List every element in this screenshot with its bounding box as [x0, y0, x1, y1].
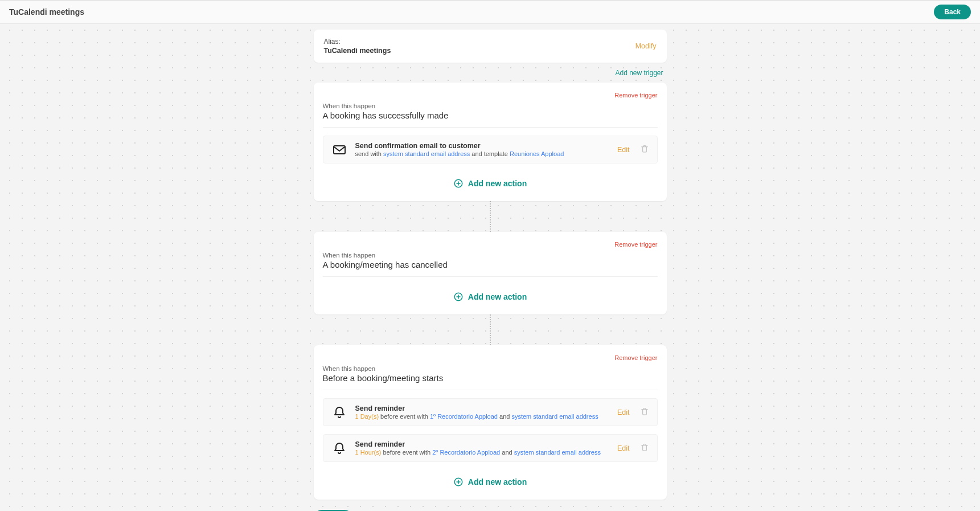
alias-label: Alias:: [324, 38, 391, 46]
action-duration: 1 Day(s): [355, 413, 379, 420]
envelope-icon: [331, 143, 347, 157]
action-box: Send reminder 1 Day(s) before event with…: [323, 398, 658, 426]
action-sub-text: and: [500, 449, 514, 456]
trash-icon: [640, 144, 649, 154]
page-canvas: Alias: TuCalendi meetings Modify Add new…: [0, 24, 980, 511]
action-subtitle: send with system standard email address …: [355, 150, 609, 157]
delete-action-button[interactable]: [640, 442, 649, 454]
when-label: When this happen: [323, 365, 658, 372]
bell-icon: [331, 406, 347, 419]
remove-trigger-row: Remove trigger: [323, 240, 658, 248]
action-body: Send reminder 1 Hour(s) before event wit…: [355, 440, 609, 456]
action-title: Send confirmation email to customer: [355, 142, 609, 150]
trigger-card: Remove trigger When this happen A bookin…: [314, 232, 667, 314]
add-trigger-row: Add new trigger: [314, 66, 667, 83]
page-title: TuCalendi meetings: [9, 7, 84, 17]
trigger-title: A booking/meeting has cancelled: [323, 260, 658, 277]
connector-line: [490, 201, 491, 232]
trigger-title: Before a booking/meeting starts: [323, 373, 658, 390]
top-bar: TuCalendi meetings Back: [0, 0, 980, 24]
alias-block: Alias: TuCalendi meetings: [324, 38, 391, 55]
delete-action-button[interactable]: [640, 406, 649, 418]
action-sub-link[interactable]: 1º Recordatorio Appload: [430, 413, 498, 420]
trigger-card: Remove trigger When this happen A bookin…: [314, 83, 667, 201]
when-label: When this happen: [323, 103, 658, 109]
action-controls: Edit: [617, 442, 649, 454]
action-title: Send reminder: [355, 404, 609, 412]
plus-circle-icon: [453, 178, 464, 189]
edit-action-link[interactable]: Edit: [617, 444, 630, 452]
plus-circle-icon: [453, 292, 464, 302]
action-subtitle: 1 Hour(s) before event with 2º Recordato…: [355, 449, 609, 456]
action-controls: Edit: [617, 406, 649, 418]
alias-card: Alias: TuCalendi meetings Modify: [314, 30, 667, 63]
action-title: Send reminder: [355, 440, 609, 448]
bell-icon-wrap: [331, 406, 347, 419]
action-box: Send reminder 1 Hour(s) before event wit…: [323, 434, 658, 462]
when-label: When this happen: [323, 252, 658, 259]
action-sub-text: and: [498, 413, 511, 420]
action-sub-link[interactable]: Reuniones Appload: [510, 150, 564, 157]
action-sub-text: before event with: [379, 413, 430, 420]
workflow-column: Alias: TuCalendi meetings Modify Add new…: [314, 30, 667, 500]
action-sub-link[interactable]: 2º Recordatorio Appload: [432, 449, 500, 456]
trash-icon: [640, 406, 649, 416]
edit-action-link[interactable]: Edit: [617, 408, 630, 416]
remove-trigger-row: Remove trigger: [323, 91, 658, 99]
add-action-label: Add new action: [468, 292, 527, 301]
add-action-button[interactable]: Add new action: [323, 477, 658, 487]
remove-trigger-link[interactable]: Remove trigger: [614, 92, 657, 99]
add-action-button[interactable]: Add new action: [323, 178, 658, 189]
plus-circle-icon: [453, 477, 464, 487]
action-duration: 1 Hour(s): [355, 449, 382, 456]
trash-icon: [640, 442, 649, 452]
action-box: Send confirmation email to customer send…: [323, 136, 658, 163]
action-sub-text: before event with: [381, 449, 432, 456]
action-sub-link[interactable]: system standard email address: [511, 413, 598, 420]
action-sub-text: and template: [470, 150, 510, 157]
add-action-button[interactable]: Add new action: [323, 292, 658, 302]
remove-trigger-link[interactable]: Remove trigger: [614, 354, 657, 361]
delete-action-button[interactable]: [640, 144, 649, 156]
action-sub-link[interactable]: system standard email address: [383, 150, 470, 157]
trigger-card: Remove trigger When this happen Before a…: [314, 345, 667, 500]
envelope-icon-wrap: [331, 143, 347, 157]
action-body: Send confirmation email to customer send…: [355, 142, 609, 157]
connector-line: [490, 314, 491, 345]
add-action-label: Add new action: [468, 179, 527, 188]
bell-icon: [331, 441, 347, 455]
trigger-title: A booking has successfully made: [323, 111, 658, 128]
back-button[interactable]: Back: [934, 5, 971, 19]
modify-link[interactable]: Modify: [635, 42, 657, 50]
remove-trigger-link[interactable]: Remove trigger: [614, 241, 657, 248]
action-controls: Edit: [617, 144, 649, 156]
bell-icon-wrap: [331, 441, 347, 455]
action-sub-text: send with: [355, 150, 384, 157]
remove-trigger-row: Remove trigger: [323, 353, 658, 362]
action-sub-link[interactable]: system standard email address: [514, 449, 601, 456]
action-subtitle: 1 Day(s) before event with 1º Recordator…: [355, 413, 609, 420]
action-body: Send reminder 1 Day(s) before event with…: [355, 404, 609, 420]
edit-action-link[interactable]: Edit: [617, 146, 630, 154]
alias-value: TuCalendi meetings: [324, 47, 391, 55]
add-action-label: Add new action: [468, 477, 527, 487]
add-trigger-link[interactable]: Add new trigger: [615, 69, 663, 77]
